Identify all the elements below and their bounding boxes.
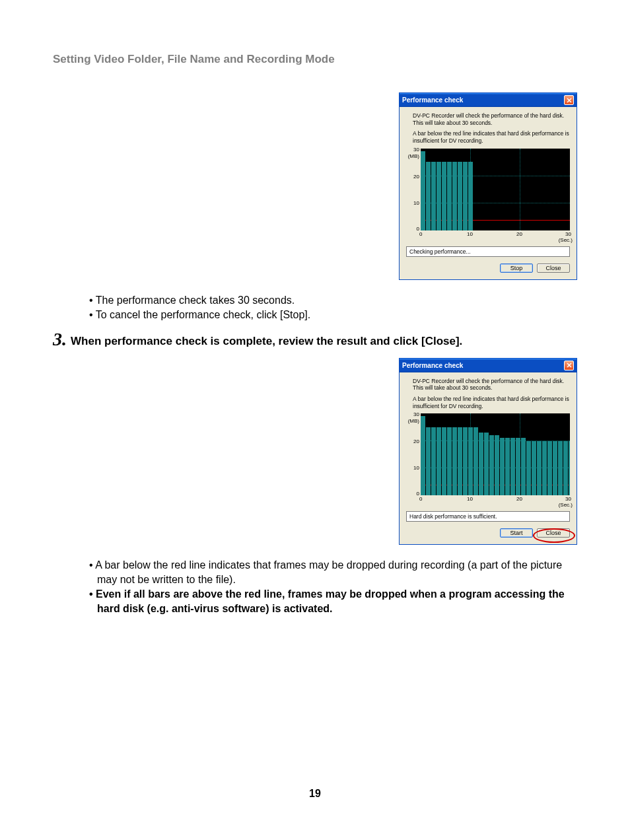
bar bbox=[537, 441, 542, 496]
bar bbox=[452, 427, 457, 495]
bar bbox=[526, 441, 531, 496]
y-label-10: 10 bbox=[405, 200, 419, 206]
x-axis-labels: 0 10 20 30 (Sec.) bbox=[421, 230, 570, 242]
y-label-20: 20 bbox=[405, 174, 419, 180]
dialog1-wrapper: Performance check DV-PC Recorder will ch… bbox=[53, 92, 577, 280]
step-number: 3. bbox=[53, 330, 67, 349]
bar bbox=[468, 427, 473, 495]
bar bbox=[563, 441, 568, 496]
start-button[interactable]: Start bbox=[500, 528, 533, 538]
bullet-item: To cancel the performance check, click [… bbox=[89, 308, 577, 322]
y-label-0: 0 bbox=[405, 491, 419, 497]
bar bbox=[473, 427, 478, 495]
dialog2-wrapper: Performance check DV-PC Recorder will ch… bbox=[53, 358, 577, 545]
bar bbox=[426, 427, 431, 495]
close-icon[interactable] bbox=[564, 95, 574, 105]
dialog-desc1: DV-PC Recorder will check the performanc… bbox=[413, 378, 570, 392]
status-text: Hard disk performance is sufficient. bbox=[406, 511, 570, 522]
bar bbox=[532, 441, 536, 496]
bar bbox=[479, 433, 483, 495]
y-label-10: 10 bbox=[405, 465, 419, 471]
chart-area bbox=[421, 413, 570, 495]
close-icon[interactable] bbox=[564, 361, 574, 370]
dialog-desc2: A bar below the red line indicates that … bbox=[413, 396, 570, 409]
bar bbox=[516, 438, 520, 495]
page-title: Setting Video Folder, File Name and Reco… bbox=[53, 53, 577, 66]
bar bbox=[542, 441, 547, 496]
bar bbox=[431, 427, 436, 495]
stop-button[interactable]: Stop bbox=[500, 263, 533, 273]
bar bbox=[458, 162, 462, 230]
x-label-20: 20 bbox=[516, 496, 522, 502]
bar bbox=[458, 427, 462, 495]
y-label-30: 30 bbox=[405, 411, 419, 417]
performance-chart-complete: 30 (MB) 20 10 0 0 10 20 bbox=[406, 413, 570, 507]
button-row: Start Close bbox=[406, 528, 570, 538]
bar bbox=[505, 438, 510, 495]
bar bbox=[447, 162, 452, 230]
bullets-a: The performance check takes 30 seconds. … bbox=[89, 293, 577, 322]
y-label-30: 30 bbox=[405, 147, 419, 153]
bar bbox=[437, 162, 441, 230]
performance-check-dialog-complete: Performance check DV-PC Recorder will ch… bbox=[399, 358, 577, 545]
bar bbox=[447, 427, 452, 495]
dialog-titlebar: Performance check bbox=[400, 93, 577, 107]
x-label-0: 0 bbox=[419, 496, 422, 502]
dialog-titlebar: Performance check bbox=[400, 359, 577, 372]
performance-check-dialog-running: Performance check DV-PC Recorder will ch… bbox=[399, 92, 577, 280]
bar bbox=[421, 416, 425, 495]
close-button[interactable]: Close bbox=[537, 528, 570, 538]
x-label-10: 10 bbox=[467, 231, 473, 237]
y-label-mb: (MB) bbox=[405, 153, 419, 159]
dialog-desc1: DV-PC Recorder will check the performanc… bbox=[413, 112, 570, 126]
bar bbox=[442, 162, 446, 230]
dialog-title: Performance check bbox=[402, 362, 463, 369]
bar bbox=[463, 162, 468, 230]
performance-chart-running: 30 (MB) 20 10 0 0 10 20 bbox=[406, 149, 570, 242]
bullets-b: A bar below the red line indicates that … bbox=[89, 558, 577, 615]
x-axis-labels: 0 10 20 30 (Sec.) bbox=[421, 495, 570, 507]
close-button[interactable]: Close bbox=[537, 263, 570, 273]
bar bbox=[489, 435, 494, 495]
chart-area bbox=[421, 149, 570, 230]
button-row: Stop Close bbox=[406, 263, 570, 273]
step-3: 3. When performance check is complete, r… bbox=[53, 330, 577, 349]
x-label-sec: (Sec.) bbox=[559, 502, 573, 508]
y-label-20: 20 bbox=[405, 438, 419, 444]
bar bbox=[484, 433, 489, 495]
x-label-0: 0 bbox=[419, 231, 422, 237]
bar bbox=[468, 162, 473, 230]
bullet-item: A bar below the red line indicates that … bbox=[89, 558, 577, 586]
bar bbox=[495, 435, 499, 495]
y-axis-labels: 30 (MB) 20 10 0 bbox=[406, 149, 421, 234]
bar bbox=[521, 438, 526, 495]
bar bbox=[500, 438, 505, 495]
x-label-sec: (Sec.) bbox=[559, 237, 573, 243]
bar bbox=[463, 427, 468, 495]
bar bbox=[569, 441, 570, 496]
y-axis-labels: 30 (MB) 20 10 0 bbox=[406, 413, 421, 499]
status-text: Checking performance... bbox=[406, 246, 570, 257]
bar bbox=[510, 438, 515, 495]
x-label-20: 20 bbox=[516, 231, 522, 237]
bar bbox=[558, 441, 563, 496]
bullet-item: The performance check takes 30 seconds. bbox=[89, 293, 577, 308]
x-label-30: 30 bbox=[565, 231, 571, 237]
dialog-body: DV-PC Recorder will check the performanc… bbox=[400, 107, 577, 279]
dialog-desc2: A bar below the red line indicates that … bbox=[413, 130, 570, 144]
bar bbox=[421, 151, 425, 230]
x-label-30: 30 bbox=[565, 496, 571, 502]
page-number: 19 bbox=[53, 788, 577, 800]
bar bbox=[431, 162, 436, 230]
bars-container bbox=[421, 416, 570, 495]
dialog-title: Performance check bbox=[402, 96, 463, 104]
bar bbox=[547, 441, 552, 496]
step-text: When performance check is complete, revi… bbox=[71, 330, 462, 349]
bar bbox=[553, 441, 557, 496]
bar bbox=[426, 162, 431, 230]
y-label-mb: (MB) bbox=[405, 418, 419, 424]
bar bbox=[437, 427, 441, 495]
bar bbox=[452, 162, 457, 230]
dialog-body: DV-PC Recorder will check the performanc… bbox=[400, 372, 577, 545]
y-label-0: 0 bbox=[405, 226, 419, 232]
